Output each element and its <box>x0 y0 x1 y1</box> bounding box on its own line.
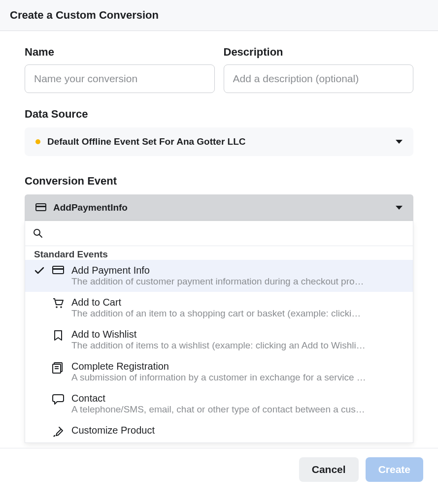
dropdown-group-label: Standard Events <box>25 246 413 260</box>
dialog-header: Create a Custom Conversion <box>0 0 438 31</box>
check-icon <box>34 297 45 299</box>
svg-point-7 <box>60 306 62 308</box>
check-icon <box>34 361 45 363</box>
brush-icon <box>52 425 65 438</box>
dropdown-option[interactable]: Add to WishlistThe addition of items to … <box>25 324 413 356</box>
dropdown-option[interactable]: ContactA telephone/SMS, email, chat or o… <box>25 388 413 420</box>
search-icon <box>33 228 43 238</box>
option-title: Add to Wishlist <box>71 329 404 340</box>
chat-icon <box>52 393 65 405</box>
option-title: Contact <box>71 393 404 404</box>
description-input[interactable] <box>224 64 414 93</box>
description-field: Description <box>224 46 414 93</box>
dropdown-search-input[interactable] <box>49 226 405 241</box>
dropdown-search-row <box>25 221 413 246</box>
bookmark-icon <box>52 329 65 342</box>
svg-point-6 <box>56 306 58 308</box>
cart-icon <box>52 297 65 309</box>
option-text: Complete RegistrationA submission of inf… <box>71 361 404 383</box>
conversion-event-value: AddPaymentInfo <box>53 202 389 213</box>
svg-rect-1 <box>36 206 46 207</box>
chevron-down-icon <box>396 206 403 210</box>
description-label: Description <box>224 46 414 59</box>
name-input[interactable] <box>25 64 215 93</box>
chevron-down-icon <box>396 140 403 144</box>
svg-point-2 <box>34 229 40 235</box>
option-title: Customize Product <box>71 425 404 436</box>
dialog-title: Create a Custom Conversion <box>10 9 428 22</box>
name-label: Name <box>25 46 215 59</box>
option-text: ContactA telephone/SMS, email, chat or o… <box>71 393 404 415</box>
cancel-button[interactable]: Cancel <box>299 457 359 482</box>
create-button[interactable]: Create <box>366 457 423 482</box>
card-icon <box>52 265 65 275</box>
option-text: Add to WishlistThe addition of items to … <box>71 329 404 351</box>
check-icon <box>34 393 45 395</box>
dialog-body: Name Description Data Source Default Off… <box>0 31 438 448</box>
svg-rect-5 <box>53 268 64 270</box>
name-field: Name <box>25 46 215 93</box>
option-description: The addition of items to a wishlist (exa… <box>71 340 404 351</box>
dropdown-option[interactable]: Add Payment InfoThe addition of customer… <box>25 260 413 292</box>
option-title: Complete Registration <box>71 361 404 372</box>
option-text: Add to CartThe addition of an item to a … <box>71 297 404 319</box>
option-title: Add to Cart <box>71 297 404 308</box>
check-icon <box>34 425 45 427</box>
option-text: Customize Product <box>71 425 404 436</box>
svg-rect-4 <box>53 266 64 274</box>
option-description: A submission of information by a custome… <box>71 372 404 383</box>
conversion-event-select[interactable]: AddPaymentInfo <box>25 194 413 221</box>
svg-line-3 <box>39 235 42 237</box>
check-icon <box>34 265 45 275</box>
option-description: A telephone/SMS, email, chat or other ty… <box>71 404 404 415</box>
conversion-event-dropdown: Standard Events Add Payment InfoThe addi… <box>25 221 413 443</box>
conversion-event-label: Conversion Event <box>25 175 413 188</box>
option-description: The addition of an item to a shopping ca… <box>71 308 404 319</box>
data-source-label: Data Source <box>25 108 413 121</box>
form-icon <box>52 361 65 374</box>
status-dot-icon <box>35 139 40 144</box>
option-title: Add Payment Info <box>71 265 404 276</box>
option-text: Add Payment InfoThe addition of customer… <box>71 265 404 287</box>
data-source-value: Default Offline Event Set For Ana Gotter… <box>47 136 389 147</box>
dialog-footer: Cancel Create <box>0 448 438 491</box>
check-icon <box>34 329 45 331</box>
option-description: The addition of customer payment informa… <box>71 276 404 287</box>
dropdown-option[interactable]: Add to CartThe addition of an item to a … <box>25 292 413 324</box>
dropdown-option[interactable]: Complete RegistrationA submission of inf… <box>25 356 413 388</box>
card-icon <box>35 203 46 212</box>
dropdown-option[interactable]: Customize Product <box>25 420 413 442</box>
data-source-select[interactable]: Default Offline Event Set For Ana Gotter… <box>25 127 413 156</box>
